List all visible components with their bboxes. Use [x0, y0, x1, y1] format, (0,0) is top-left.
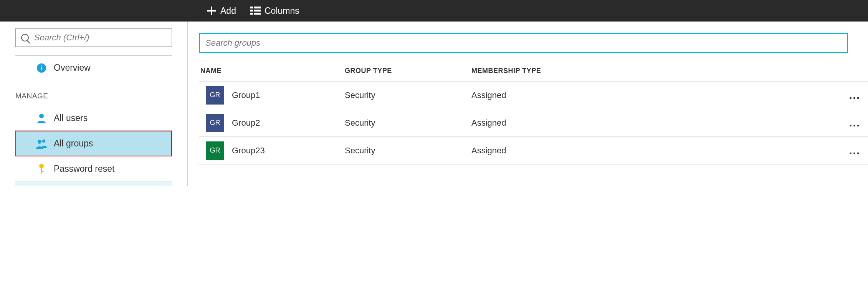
group-avatar: GR — [206, 114, 224, 132]
columns-icon — [250, 7, 261, 15]
sidebar-search[interactable] — [15, 28, 172, 47]
groups-search-input[interactable] — [205, 38, 842, 48]
sidebar: i Overview MANAGE All users All groups P… — [0, 22, 188, 186]
sidebar-search-input[interactable] — [34, 33, 166, 43]
plus-icon — [207, 6, 217, 16]
svg-rect-4 — [250, 10, 253, 12]
group-type: Security — [345, 90, 471, 100]
table-header: NAME GROUP TYPE MEMBERSHIP TYPE — [199, 67, 868, 81]
group-avatar: GR — [206, 141, 224, 160]
sidebar-item-overview[interactable]: i Overview — [15, 56, 172, 80]
sidebar-item-all-groups[interactable]: All groups — [15, 131, 172, 156]
table-row[interactable]: GRGroup23SecurityAssigned... — [199, 137, 868, 164]
group-name: Group2 — [232, 118, 260, 128]
more-icon[interactable]: ... — [849, 89, 860, 101]
table-row[interactable]: GRGroup1SecurityAssigned... — [199, 81, 868, 109]
group-name: Group23 — [232, 146, 265, 156]
add-button[interactable]: Add — [207, 6, 236, 16]
sidebar-item-label: All groups — [54, 138, 93, 149]
membership-type: Assigned — [471, 118, 594, 128]
svg-point-8 — [39, 114, 44, 118]
svg-rect-5 — [254, 10, 261, 12]
svg-rect-3 — [254, 7, 261, 8]
svg-rect-6 — [250, 13, 253, 15]
group-type: Security — [345, 146, 471, 156]
group-avatar: GR — [206, 86, 224, 105]
svg-rect-1 — [207, 10, 216, 12]
group-type: Security — [345, 118, 471, 128]
table-row[interactable]: GRGroup2SecurityAssigned... — [199, 109, 868, 137]
more-icon[interactable]: ... — [849, 117, 860, 129]
group-name: Group1 — [232, 90, 260, 100]
svg-rect-7 — [254, 13, 261, 15]
sidebar-item-all-users[interactable]: All users — [15, 106, 172, 131]
user-icon — [36, 113, 47, 123]
manage-header: MANAGE — [0, 80, 172, 106]
columns-button[interactable]: Columns — [250, 6, 299, 16]
col-header-membership-type[interactable]: MEMBERSHIP TYPE — [471, 67, 594, 75]
sidebar-item-label: Password reset — [54, 164, 115, 174]
key-icon — [36, 163, 47, 174]
main-content: NAME GROUP TYPE MEMBERSHIP TYPE GRGroup1… — [188, 22, 868, 186]
svg-rect-12 — [41, 168, 42, 174]
info-icon: i — [36, 63, 47, 73]
svg-rect-2 — [250, 7, 253, 8]
membership-type: Assigned — [471, 90, 594, 100]
col-header-group-type[interactable]: GROUP TYPE — [345, 67, 471, 75]
sidebar-item-password-reset[interactable]: Password reset — [15, 156, 172, 181]
svg-rect-13 — [41, 171, 44, 172]
command-bar: Add Columns — [0, 0, 868, 22]
groups-search[interactable] — [199, 33, 848, 53]
columns-label: Columns — [265, 6, 299, 16]
svg-point-10 — [42, 140, 45, 143]
search-icon — [21, 34, 29, 42]
sidebar-item-label: Overview — [54, 63, 91, 73]
more-icon[interactable]: ... — [849, 144, 860, 156]
sidebar-item-partial[interactable] — [15, 181, 172, 186]
col-header-name[interactable]: NAME — [199, 67, 345, 75]
svg-point-9 — [38, 140, 41, 144]
groups-table: NAME GROUP TYPE MEMBERSHIP TYPE GRGroup1… — [199, 67, 868, 164]
group-icon — [36, 139, 47, 149]
sidebar-item-label: All users — [54, 113, 88, 123]
membership-type: Assigned — [471, 146, 594, 156]
add-label: Add — [220, 6, 236, 16]
